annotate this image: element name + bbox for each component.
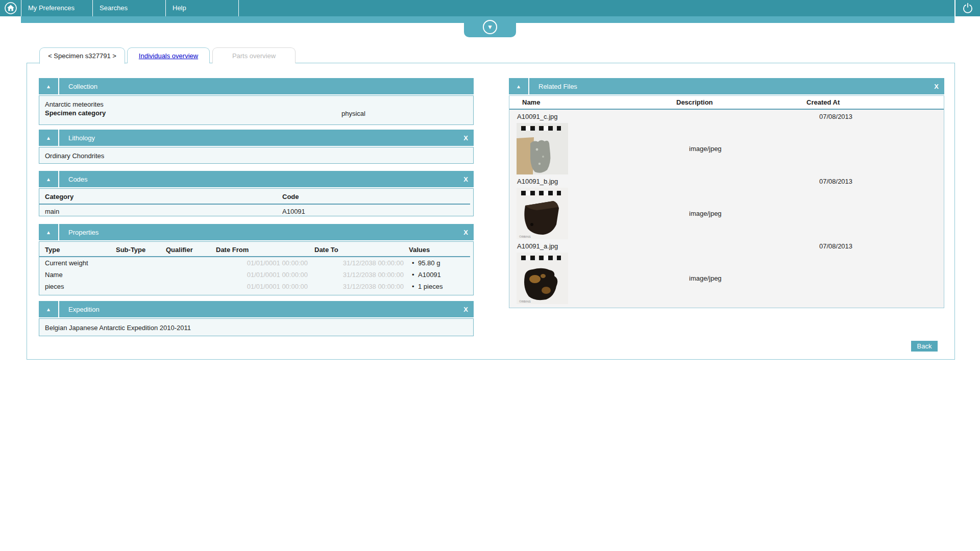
tab-parts-overview-label: Parts overview	[232, 52, 276, 60]
property-type: Current weight	[39, 259, 116, 267]
nav-item-my-preferences[interactable]: My Preferences	[21, 0, 93, 16]
codes-close-button[interactable]: X	[463, 176, 474, 183]
lithology-panel-body: Ordinary Chondrites	[39, 147, 474, 164]
file-created-spacer	[819, 253, 944, 304]
property-type: pieces	[39, 283, 116, 290]
file-created-spacer	[819, 123, 944, 174]
property-value: •1 pieces	[404, 283, 473, 290]
related-files-panel-body: Name Description Created At A10091_c.jpg…	[509, 95, 944, 308]
collection-panel-header: ▲ Collection	[39, 78, 474, 94]
close-icon: X	[934, 83, 939, 90]
code-value: A10091	[282, 208, 473, 215]
related-files-table-header: Name Description Created At	[509, 96, 944, 110]
codes-panel-body: Category Code main A10091	[39, 188, 474, 216]
file-description: image/jpeg	[689, 253, 819, 304]
properties-panel-title: Properties	[68, 229, 99, 236]
collection-panel-body: Antarctic meteorites Specimen category p…	[39, 95, 474, 125]
collapse-icon: ▲	[516, 84, 521, 89]
tab-parts-overview: Parts overview	[212, 47, 296, 63]
expedition-panel-header: ▲ Expedition X	[39, 301, 474, 317]
collapse-icon: ▲	[46, 177, 51, 182]
table-row: pieces 01/01/0001 00:00:00 31/12/2038 00…	[39, 281, 473, 292]
expedition-close-button[interactable]: X	[463, 306, 474, 313]
lithology-close-button[interactable]: X	[463, 134, 474, 142]
codes-table-header: Category Code	[39, 189, 470, 205]
lithology-collapse-button[interactable]: ▲	[39, 130, 59, 146]
related-files-panel-header: ▲ Related Files X	[509, 78, 944, 94]
bullet-icon: •	[412, 271, 418, 279]
properties-qualifier-header: Qualifier	[166, 246, 216, 254]
collection-name: Antarctic meteorites	[39, 96, 473, 108]
nav-item-searches[interactable]: Searches	[93, 0, 166, 16]
home-button[interactable]	[0, 0, 21, 16]
table-row: Current weight 01/01/0001 00:00:00 31/12…	[39, 257, 473, 269]
lithology-panel-title: Lithology	[68, 134, 95, 142]
properties-close-button[interactable]: X	[463, 229, 474, 236]
expand-menu-button[interactable]: ▼	[464, 16, 516, 37]
collection-panel-title: Collection	[68, 83, 97, 90]
related-files-collapse-button[interactable]: ▲	[509, 78, 529, 94]
file-image-row: image/jpeg	[509, 123, 944, 174]
top-nav-bar: My Preferences Searches Help	[0, 0, 954, 16]
file-created-at: 07/08/2013	[819, 242, 944, 250]
related-files-description-header: Description	[676, 98, 806, 106]
chevron-down-icon: ▼	[483, 20, 497, 34]
codes-code-header: Code	[282, 193, 470, 201]
close-icon: X	[463, 176, 468, 183]
lithology-value: Ordinary Chondrites	[39, 147, 473, 160]
table-row: A10091_c.jpg 07/08/2013	[509, 110, 944, 123]
properties-dateto-header: Date To	[308, 246, 404, 254]
tab-individuals-overview-label: Individuals overview	[139, 52, 198, 60]
property-date-to: 31/12/2038 00:00:00	[308, 259, 404, 267]
close-icon: X	[463, 134, 468, 142]
file-image-row: ©RBINS image/jpeg	[509, 188, 944, 239]
property-date-to: 31/12/2038 00:00:00	[308, 271, 404, 279]
file-description: image/jpeg	[689, 123, 819, 174]
property-value: •95.80 g	[404, 259, 473, 267]
tab-individuals-overview[interactable]: Individuals overview	[127, 47, 210, 63]
table-row: main A10091	[39, 205, 473, 215]
property-date-from: 01/01/0001 00:00:00	[216, 271, 308, 279]
collapse-icon: ▲	[46, 135, 51, 141]
file-thumbnail-meteorite-b[interactable]: ©RBINS	[517, 188, 568, 239]
properties-datefrom-header: Date From	[216, 246, 308, 254]
bullet-icon: •	[412, 259, 418, 267]
bullet-icon: •	[412, 283, 418, 290]
file-description: image/jpeg	[689, 188, 819, 239]
code-category-value: main	[39, 208, 282, 215]
specimen-category-value: physical	[341, 110, 365, 117]
collapse-icon: ▲	[46, 84, 51, 89]
expedition-collapse-button[interactable]: ▲	[39, 301, 59, 317]
lithology-panel-header: ▲ Lithology X	[39, 130, 474, 146]
back-button[interactable]: Back	[911, 341, 938, 352]
collapse-icon: ▲	[46, 307, 51, 312]
tab-specimen[interactable]: < Specimen s327791 >	[39, 47, 125, 64]
specimen-detail-page: My Preferences Searches Help ▼ < Specime…	[0, 0, 980, 551]
property-date-to: 31/12/2038 00:00:00	[308, 283, 404, 290]
codes-panel-header: ▲ Codes X	[39, 171, 474, 187]
property-type: Name	[39, 271, 116, 279]
home-icon	[4, 2, 17, 15]
tab-specimen-label: < Specimen s327791 >	[48, 52, 116, 60]
properties-panel-body: Type Sub-Type Qualifier Date From Date T…	[39, 241, 474, 295]
file-created-at: 07/08/2013	[819, 178, 944, 185]
properties-subtype-header: Sub-Type	[116, 246, 166, 254]
related-files-panel-title: Related Files	[538, 83, 577, 90]
codes-collapse-button[interactable]: ▲	[39, 171, 59, 187]
file-name: A10091_a.jpg	[517, 242, 689, 250]
property-value: •A10091	[404, 271, 473, 279]
file-thumbnail-meteorite-a[interactable]: ©RBINS	[517, 253, 568, 304]
related-files-close-button[interactable]: X	[934, 83, 944, 90]
svg-text:©RBINS: ©RBINS	[519, 300, 531, 303]
property-date-from: 01/01/0001 00:00:00	[216, 259, 308, 267]
related-files-name-header: Name	[509, 98, 676, 106]
file-name: A10091_c.jpg	[517, 113, 689, 120]
file-created-at: 07/08/2013	[819, 113, 944, 120]
nav-item-help[interactable]: Help	[166, 0, 239, 16]
properties-collapse-button[interactable]: ▲	[39, 224, 59, 240]
file-thumbnail-meteorite-c[interactable]	[517, 123, 568, 174]
codes-category-header: Category	[39, 193, 282, 201]
logout-button[interactable]	[955, 0, 980, 16]
collection-collapse-button[interactable]: ▲	[39, 78, 59, 94]
expedition-panel-title: Expedition	[68, 306, 100, 313]
